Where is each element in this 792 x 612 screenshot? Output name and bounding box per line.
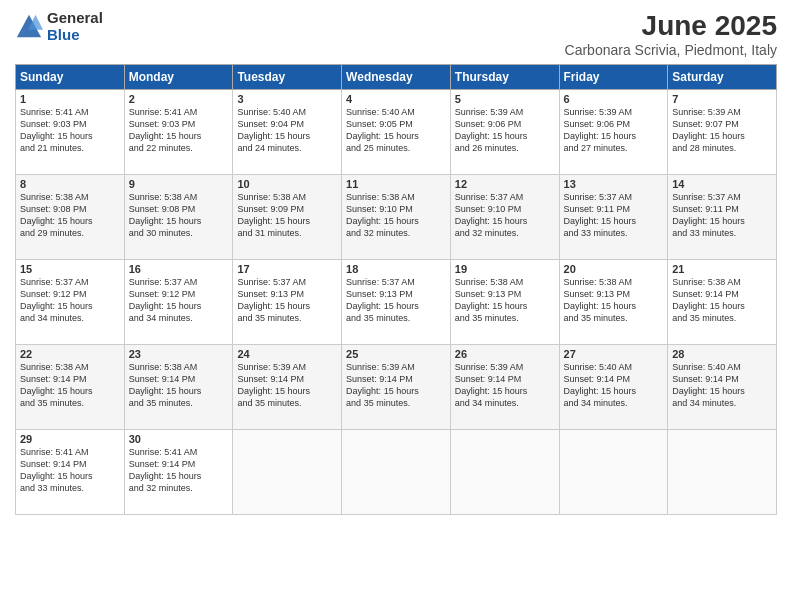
day-info: Sunrise: 5:38 AM Sunset: 9:14 PM Dayligh…	[129, 361, 229, 410]
day-info: Sunrise: 5:39 AM Sunset: 9:14 PM Dayligh…	[237, 361, 337, 410]
calendar-week-row: 15Sunrise: 5:37 AM Sunset: 9:12 PM Dayli…	[16, 260, 777, 345]
day-number: 4	[346, 93, 446, 105]
calendar-week-row: 1Sunrise: 5:41 AM Sunset: 9:03 PM Daylig…	[16, 90, 777, 175]
day-number: 1	[20, 93, 120, 105]
day-info: Sunrise: 5:41 AM Sunset: 9:14 PM Dayligh…	[20, 446, 120, 495]
day-number: 12	[455, 178, 555, 190]
day-number: 11	[346, 178, 446, 190]
day-number: 9	[129, 178, 229, 190]
day-info: Sunrise: 5:40 AM Sunset: 9:14 PM Dayligh…	[672, 361, 772, 410]
day-number: 15	[20, 263, 120, 275]
day-info: Sunrise: 5:38 AM Sunset: 9:09 PM Dayligh…	[237, 191, 337, 240]
day-number: 24	[237, 348, 337, 360]
calendar-cell: 14Sunrise: 5:37 AM Sunset: 9:11 PM Dayli…	[668, 175, 777, 260]
day-info: Sunrise: 5:40 AM Sunset: 9:14 PM Dayligh…	[564, 361, 664, 410]
calendar-cell: 28Sunrise: 5:40 AM Sunset: 9:14 PM Dayli…	[668, 345, 777, 430]
col-tuesday: Tuesday	[233, 65, 342, 90]
day-number: 25	[346, 348, 446, 360]
day-number: 23	[129, 348, 229, 360]
calendar-cell: 27Sunrise: 5:40 AM Sunset: 9:14 PM Dayli…	[559, 345, 668, 430]
calendar-cell: 22Sunrise: 5:38 AM Sunset: 9:14 PM Dayli…	[16, 345, 125, 430]
day-number: 17	[237, 263, 337, 275]
logo-blue-text: Blue	[47, 27, 103, 44]
calendar-cell	[559, 430, 668, 515]
calendar-cell: 20Sunrise: 5:38 AM Sunset: 9:13 PM Dayli…	[559, 260, 668, 345]
day-number: 28	[672, 348, 772, 360]
day-info: Sunrise: 5:39 AM Sunset: 9:14 PM Dayligh…	[455, 361, 555, 410]
day-info: Sunrise: 5:38 AM Sunset: 9:10 PM Dayligh…	[346, 191, 446, 240]
calendar-cell: 29Sunrise: 5:41 AM Sunset: 9:14 PM Dayli…	[16, 430, 125, 515]
day-number: 13	[564, 178, 664, 190]
calendar-cell: 15Sunrise: 5:37 AM Sunset: 9:12 PM Dayli…	[16, 260, 125, 345]
calendar-cell: 3Sunrise: 5:40 AM Sunset: 9:04 PM Daylig…	[233, 90, 342, 175]
day-info: Sunrise: 5:39 AM Sunset: 9:07 PM Dayligh…	[672, 106, 772, 155]
calendar-cell: 11Sunrise: 5:38 AM Sunset: 9:10 PM Dayli…	[342, 175, 451, 260]
day-number: 26	[455, 348, 555, 360]
calendar-cell: 10Sunrise: 5:38 AM Sunset: 9:09 PM Dayli…	[233, 175, 342, 260]
day-number: 3	[237, 93, 337, 105]
day-number: 20	[564, 263, 664, 275]
header: General Blue June 2025 Carbonara Scrivia…	[15, 10, 777, 58]
calendar-cell: 17Sunrise: 5:37 AM Sunset: 9:13 PM Dayli…	[233, 260, 342, 345]
col-friday: Friday	[559, 65, 668, 90]
calendar-cell: 23Sunrise: 5:38 AM Sunset: 9:14 PM Dayli…	[124, 345, 233, 430]
calendar-cell: 6Sunrise: 5:39 AM Sunset: 9:06 PM Daylig…	[559, 90, 668, 175]
calendar-cell: 5Sunrise: 5:39 AM Sunset: 9:06 PM Daylig…	[450, 90, 559, 175]
logo-general-text: General	[47, 10, 103, 27]
day-number: 10	[237, 178, 337, 190]
day-info: Sunrise: 5:37 AM Sunset: 9:11 PM Dayligh…	[672, 191, 772, 240]
logo-text: General Blue	[47, 10, 103, 43]
day-number: 6	[564, 93, 664, 105]
main-title: June 2025	[565, 10, 777, 42]
day-number: 21	[672, 263, 772, 275]
day-info: Sunrise: 5:38 AM Sunset: 9:08 PM Dayligh…	[129, 191, 229, 240]
calendar-cell: 18Sunrise: 5:37 AM Sunset: 9:13 PM Dayli…	[342, 260, 451, 345]
calendar-cell: 2Sunrise: 5:41 AM Sunset: 9:03 PM Daylig…	[124, 90, 233, 175]
calendar-cell	[233, 430, 342, 515]
day-number: 19	[455, 263, 555, 275]
calendar-cell: 4Sunrise: 5:40 AM Sunset: 9:05 PM Daylig…	[342, 90, 451, 175]
day-number: 8	[20, 178, 120, 190]
day-number: 5	[455, 93, 555, 105]
day-number: 7	[672, 93, 772, 105]
day-info: Sunrise: 5:37 AM Sunset: 9:13 PM Dayligh…	[346, 276, 446, 325]
day-info: Sunrise: 5:37 AM Sunset: 9:12 PM Dayligh…	[20, 276, 120, 325]
calendar-cell	[450, 430, 559, 515]
day-info: Sunrise: 5:38 AM Sunset: 9:14 PM Dayligh…	[20, 361, 120, 410]
calendar-cell	[668, 430, 777, 515]
day-number: 2	[129, 93, 229, 105]
day-info: Sunrise: 5:38 AM Sunset: 9:08 PM Dayligh…	[20, 191, 120, 240]
calendar-week-row: 8Sunrise: 5:38 AM Sunset: 9:08 PM Daylig…	[16, 175, 777, 260]
day-number: 18	[346, 263, 446, 275]
calendar-cell: 7Sunrise: 5:39 AM Sunset: 9:07 PM Daylig…	[668, 90, 777, 175]
day-info: Sunrise: 5:41 AM Sunset: 9:14 PM Dayligh…	[129, 446, 229, 495]
calendar-cell: 25Sunrise: 5:39 AM Sunset: 9:14 PM Dayli…	[342, 345, 451, 430]
day-number: 29	[20, 433, 120, 445]
day-info: Sunrise: 5:39 AM Sunset: 9:14 PM Dayligh…	[346, 361, 446, 410]
col-thursday: Thursday	[450, 65, 559, 90]
day-info: Sunrise: 5:37 AM Sunset: 9:10 PM Dayligh…	[455, 191, 555, 240]
calendar-header-row: Sunday Monday Tuesday Wednesday Thursday…	[16, 65, 777, 90]
calendar-cell: 16Sunrise: 5:37 AM Sunset: 9:12 PM Dayli…	[124, 260, 233, 345]
col-wednesday: Wednesday	[342, 65, 451, 90]
calendar-cell: 30Sunrise: 5:41 AM Sunset: 9:14 PM Dayli…	[124, 430, 233, 515]
day-number: 30	[129, 433, 229, 445]
col-sunday: Sunday	[16, 65, 125, 90]
day-info: Sunrise: 5:39 AM Sunset: 9:06 PM Dayligh…	[455, 106, 555, 155]
col-saturday: Saturday	[668, 65, 777, 90]
day-info: Sunrise: 5:41 AM Sunset: 9:03 PM Dayligh…	[20, 106, 120, 155]
col-monday: Monday	[124, 65, 233, 90]
calendar-cell	[342, 430, 451, 515]
day-info: Sunrise: 5:39 AM Sunset: 9:06 PM Dayligh…	[564, 106, 664, 155]
calendar-cell: 26Sunrise: 5:39 AM Sunset: 9:14 PM Dayli…	[450, 345, 559, 430]
page-container: General Blue June 2025 Carbonara Scrivia…	[0, 0, 792, 612]
day-number: 16	[129, 263, 229, 275]
day-number: 14	[672, 178, 772, 190]
day-info: Sunrise: 5:40 AM Sunset: 9:04 PM Dayligh…	[237, 106, 337, 155]
subtitle: Carbonara Scrivia, Piedmont, Italy	[565, 42, 777, 58]
title-area: June 2025 Carbonara Scrivia, Piedmont, I…	[565, 10, 777, 58]
day-info: Sunrise: 5:38 AM Sunset: 9:14 PM Dayligh…	[672, 276, 772, 325]
calendar-cell: 21Sunrise: 5:38 AM Sunset: 9:14 PM Dayli…	[668, 260, 777, 345]
calendar-cell: 8Sunrise: 5:38 AM Sunset: 9:08 PM Daylig…	[16, 175, 125, 260]
calendar-cell: 19Sunrise: 5:38 AM Sunset: 9:13 PM Dayli…	[450, 260, 559, 345]
